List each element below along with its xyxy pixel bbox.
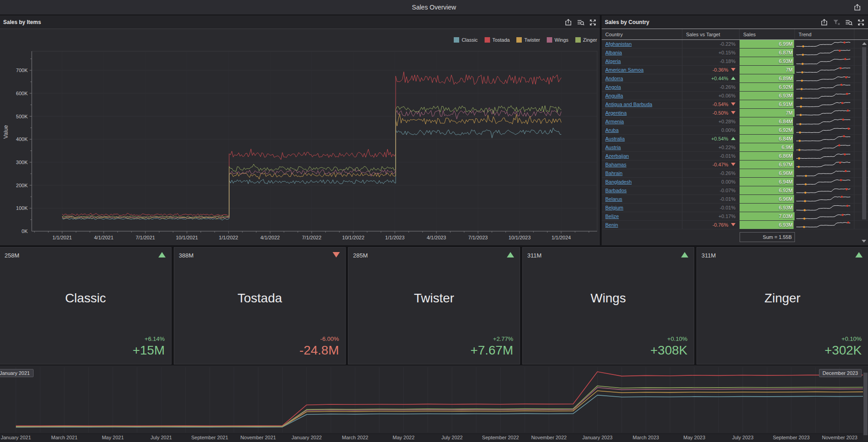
kpi-title: Wings: [523, 291, 694, 306]
kpi-card-zinger[interactable]: 311MZinger+0.10%+302K: [697, 248, 868, 364]
export-icon[interactable]: [853, 3, 862, 12]
table-row-azerbaijan[interactable]: Azerbaijan-0.01%6.86M: [602, 152, 868, 160]
country-link-austria[interactable]: Austria: [605, 145, 621, 150]
trend-cell: [795, 109, 854, 117]
kpi-card-classic[interactable]: 258MClassic+6.14%+15M: [0, 248, 171, 364]
table-row-austria[interactable]: Austria+0.22%6.9M: [602, 143, 868, 152]
kpi-card-twister[interactable]: 285MTwister+2.77%+7.67M: [348, 248, 520, 364]
country-link-azerbaijan[interactable]: Azerbaijan: [605, 153, 629, 159]
table-row-bangladesh[interactable]: Bangladesh0.00%6.94M: [602, 178, 868, 186]
column-header-country[interactable]: Country: [602, 29, 682, 39]
kpi-actual-value: 311M: [527, 252, 542, 259]
country-link-andorra[interactable]: Andorra: [605, 76, 623, 81]
country-link-bangladesh[interactable]: Bangladesh: [605, 179, 632, 185]
kpi-actual-value: 258M: [5, 252, 20, 259]
country-link-armenia[interactable]: Armenia: [605, 119, 624, 124]
kpi-percent-delta: +6.14%: [132, 335, 165, 342]
trend-cell: [795, 66, 854, 74]
table-row-american-samoa[interactable]: American Samoa-0.36%7M: [602, 66, 868, 74]
up-indicator-icon: [158, 252, 166, 257]
trend-sparkline: [795, 83, 852, 91]
sales-vs-target-cell: +0.06%: [682, 92, 740, 100]
column-header-trend[interactable]: Trend: [795, 29, 854, 39]
sales-value: 7M: [786, 66, 793, 74]
trend-sparkline: [795, 49, 852, 57]
sales-cell: 6.84M: [740, 135, 795, 143]
table-row-anguilla[interactable]: Anguilla+0.06%6.93M: [602, 92, 868, 100]
table-column-headers: CountrySales vs TargetSalesTrend: [602, 29, 868, 40]
sales-value: 6.93M: [779, 57, 793, 65]
country-link-albania[interactable]: Albania: [605, 50, 622, 55]
scrollbar-thumb[interactable]: [863, 373, 868, 435]
range-selector-chart[interactable]: [0, 365, 868, 433]
table-row-argentina[interactable]: Argentina-0.50%7M: [602, 109, 868, 117]
country-link-australia[interactable]: Australia: [605, 136, 625, 141]
range-axis-label: May 2021: [102, 435, 123, 440]
country-link-aruba[interactable]: Aruba: [605, 127, 618, 133]
table-row-andorra[interactable]: Andorra+0.44%6.89M: [602, 74, 868, 83]
inspect-data-icon[interactable]: [844, 18, 853, 27]
scrollbar[interactable]: [861, 41, 867, 244]
country-link-belgium[interactable]: Belgium: [605, 205, 623, 210]
scroll-down-icon[interactable]: [862, 240, 866, 243]
country-link-barbados[interactable]: Barbados: [605, 188, 627, 193]
range-axis-label: March 2023: [633, 435, 659, 440]
country-link-afghanistan[interactable]: Afghanistan: [605, 41, 632, 47]
country-link-bahamas[interactable]: Bahamas: [605, 162, 626, 167]
table-row-benin[interactable]: Benin-0.76%6.93M: [602, 221, 868, 229]
column-header-sales-vs-target[interactable]: Sales vs Target: [682, 29, 740, 39]
scroll-up-icon[interactable]: [862, 42, 867, 45]
country-link-anguilla[interactable]: Anguilla: [605, 93, 623, 98]
country-link-bahrain[interactable]: Bahrain: [605, 170, 623, 176]
table-row-algeria[interactable]: Algeria-0.18%6.93M: [602, 57, 868, 66]
legend-swatch-icon: [485, 37, 490, 43]
down-indicator-icon: [731, 68, 736, 71]
table-row-belarus[interactable]: Belarus-0.01%6.96M: [602, 195, 868, 204]
table-row-belgium[interactable]: Belgium-0.01%6.93M: [602, 204, 868, 212]
svg-text:7/1/2021: 7/1/2021: [136, 235, 155, 240]
table-row-belize[interactable]: Belize+0.17%7.03M: [602, 212, 868, 221]
table-row-albania[interactable]: Albania+0.15%6.87M: [602, 49, 868, 57]
kpi-card-wings[interactable]: 311MWings+0.10%+308K: [523, 248, 694, 364]
scrollbar[interactable]: [863, 367, 868, 441]
inspect-data-icon[interactable]: [576, 18, 585, 27]
country-link-angola[interactable]: Angola: [605, 84, 621, 90]
kpi-deltas: +6.14%+15M: [132, 335, 165, 358]
scrollbar-thumb[interactable]: [862, 47, 866, 219]
kpi-card-tostada[interactable]: 388MTostada-6.00%-24.8M: [174, 248, 345, 364]
country-link-argentina[interactable]: Argentina: [605, 110, 627, 116]
sales-value: 6.91M: [779, 100, 793, 108]
legend-item-tostada: Tostada: [485, 37, 510, 43]
table-row-bahrain[interactable]: Bahrain-0.26%6.96M: [602, 169, 868, 178]
maximize-icon[interactable]: [856, 18, 865, 27]
table-row-afghanistan[interactable]: Afghanistan-0.22%6.99M: [602, 40, 868, 49]
table-row-armenia[interactable]: Armenia+0.28%6.84M: [602, 117, 868, 126]
export-icon[interactable]: [564, 18, 573, 27]
kpi-card-header: 311M: [527, 252, 688, 259]
country-link-antigua-and-barbuda[interactable]: Antigua and Barbuda: [605, 102, 652, 107]
country-link-belize[interactable]: Belize: [605, 214, 619, 219]
sales-cell: 6.92M: [740, 83, 795, 91]
country-link-american-samoa[interactable]: American Samoa: [605, 67, 643, 73]
country-link-benin[interactable]: Benin: [605, 222, 618, 228]
country-link-algeria[interactable]: Algeria: [605, 58, 621, 64]
maximize-icon[interactable]: [588, 18, 597, 27]
range-axis-label: September 2021: [191, 435, 228, 440]
table-row-barbados[interactable]: Barbados-0.07%6.92M: [602, 186, 868, 195]
table-row-aruba[interactable]: Aruba0.00%6.92M: [602, 126, 868, 135]
table-row-australia[interactable]: Australia+0.54%6.84M: [602, 135, 868, 143]
export-icon[interactable]: [819, 18, 829, 27]
table-row-antigua-and-barbuda[interactable]: Antigua and Barbuda-0.54%6.91M: [602, 100, 868, 109]
range-end-marker[interactable]: December 2023: [819, 369, 862, 377]
sales-value: 6.87M: [779, 49, 793, 57]
country-link-belarus[interactable]: Belarus: [605, 196, 622, 202]
range-start-marker[interactable]: January 2021: [0, 369, 34, 377]
range-axis-label: November 2023: [822, 435, 857, 440]
sales-vs-target-cell: +0.54%: [682, 135, 740, 143]
table-row-bahamas[interactable]: Bahamas-0.47%6.97M: [602, 160, 868, 169]
trend-sparkline: [795, 126, 852, 134]
clear-filter-icon[interactable]: [832, 18, 841, 27]
down-indicator-icon: [731, 223, 736, 226]
table-row-angola[interactable]: Angola-0.26%6.92M: [602, 83, 868, 92]
column-header-sales[interactable]: Sales: [740, 29, 795, 39]
